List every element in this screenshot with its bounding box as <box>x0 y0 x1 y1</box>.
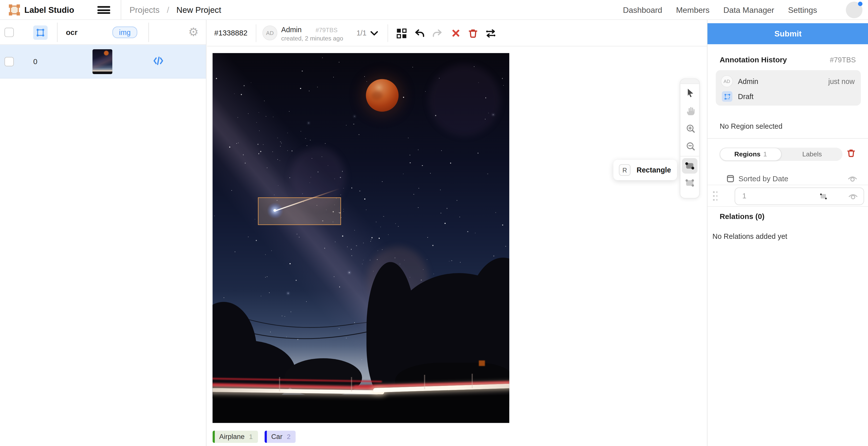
task-row-checkbox[interactable] <box>4 57 14 66</box>
breadcrumb: Projects / New Project <box>130 0 221 20</box>
submit-button[interactable]: Submit <box>707 23 868 44</box>
lit-window <box>479 361 485 366</box>
menu-icon[interactable] <box>97 6 110 14</box>
nav-dashboard[interactable]: Dashboard <box>623 5 662 14</box>
top-header: Label Studio Projects / New Project Dash… <box>0 0 868 20</box>
undo-icon[interactable] <box>414 28 425 39</box>
tab-labels-label: Labels <box>802 150 822 158</box>
annotation-image[interactable] <box>213 53 509 423</box>
column-divider <box>57 23 57 42</box>
fence-post <box>424 375 425 389</box>
draft-status-icon <box>722 91 732 102</box>
rectangle-tool-tooltip: R Rectangle <box>613 160 677 180</box>
notification-dot <box>858 2 863 6</box>
gear-icon[interactable]: ⚙ <box>188 25 198 39</box>
breadcrumb-current: New Project <box>177 5 221 14</box>
sort-row: Sorted by Date <box>707 173 868 185</box>
annotation-sidebar: Submit Annotation History #79TBS AD Admi… <box>707 20 868 446</box>
pan-tool-button[interactable] <box>680 102 700 119</box>
annotation-toolbar: #1338882 AD Admin #79TBS created, 2 minu… <box>207 20 707 46</box>
nav-settings[interactable]: Settings <box>788 5 817 14</box>
task-thumbnail[interactable] <box>92 49 112 74</box>
annotator-name: Admin <box>281 25 302 34</box>
move-tool-button[interactable] <box>680 84 700 102</box>
annotation-history-title: Annotation History <box>720 56 787 64</box>
breadcrumb-projects[interactable]: Projects <box>130 5 160 14</box>
chevron-down-icon[interactable] <box>370 31 378 36</box>
region-item-box[interactable]: 1 <box>735 187 864 205</box>
region-visibility-eye-icon[interactable] <box>848 192 858 200</box>
breadcrumb-separator: / <box>167 5 169 14</box>
select-all-checkbox[interactable] <box>4 28 14 37</box>
toggle-all-visibility-eye-icon[interactable] <box>847 175 858 182</box>
rectangle-tool-button-selected[interactable] <box>682 158 698 174</box>
zoom-out-icon <box>685 141 695 151</box>
delete-regions-icon[interactable] <box>846 148 856 158</box>
history-time: just now <box>828 77 855 86</box>
swap-arrows-icon[interactable] <box>486 28 496 39</box>
zoom-out-tool-button[interactable] <box>680 137 700 155</box>
cursor-icon <box>685 88 695 98</box>
toolbar-divider <box>388 24 388 42</box>
tab-regions-label: Regions <box>734 150 761 158</box>
fence-post <box>351 377 352 391</box>
three-point-rectangle-tool-button[interactable] <box>682 175 698 191</box>
shortcut-key-badge: R <box>619 164 630 176</box>
redo-icon[interactable] <box>432 28 443 39</box>
tab-regions[interactable]: Regions 1 <box>720 147 782 161</box>
ground <box>213 395 509 423</box>
sidebar-divider <box>707 138 868 139</box>
code-icon[interactable] <box>153 55 164 66</box>
tool-panel-handle[interactable] <box>680 79 699 84</box>
label-chip-airplane[interactable]: Airplane 1 <box>213 431 257 443</box>
annotator-avatar: AD <box>262 25 277 40</box>
task-list-panel: ocr img ⚙ 0 <box>0 20 207 446</box>
region-list-item[interactable]: 1 <box>707 184 868 207</box>
three-point-rectangle-icon <box>684 177 696 189</box>
zoom-in-tool-button[interactable] <box>680 119 700 137</box>
grid-view-icon[interactable] <box>396 28 407 39</box>
relations-empty-text: No Relations added yet <box>712 232 787 241</box>
label-studio-logo-icon <box>8 3 21 16</box>
history-entry[interactable]: AD Admin just now Draft <box>716 70 861 106</box>
no-region-text: No Region selected <box>720 122 783 131</box>
drag-handle-icon[interactable] <box>713 191 718 201</box>
region-index: 1 <box>742 192 746 200</box>
history-user-name: Admin <box>738 77 758 86</box>
sort-by-date-icon[interactable] <box>726 174 735 183</box>
task-row-selected[interactable]: 0 <box>0 45 206 78</box>
header-divider <box>121 0 121 20</box>
hand-icon <box>685 105 695 116</box>
tool-panel <box>680 78 700 198</box>
app-title: Label Studio <box>24 0 74 20</box>
bounding-box-filter-button[interactable] <box>33 25 48 40</box>
task-list-header: ocr img ⚙ <box>0 20 206 45</box>
region-rectangle-icon <box>819 192 828 200</box>
label-color-bar <box>265 431 267 443</box>
reject-icon[interactable] <box>451 28 461 39</box>
nav-members[interactable]: Members <box>676 5 710 14</box>
fence-post <box>472 374 472 388</box>
label-chip-car[interactable]: Car 2 <box>265 431 296 443</box>
relations-title: Relations (0) <box>720 212 765 220</box>
fence-post <box>279 377 280 391</box>
top-nav: Dashboard Members Data Manager Settings <box>623 0 817 20</box>
nav-data-manager[interactable]: Data Manager <box>723 5 774 14</box>
label-hotkey: 1 <box>249 433 253 441</box>
label-name: Car <box>271 433 282 441</box>
created-time: created, 2 minutes ago <box>281 35 343 41</box>
tab-labels[interactable]: Labels <box>782 147 843 161</box>
label-studio-app: Label Studio Projects / New Project Dash… <box>0 0 868 446</box>
annotation-history-id: #79TBS <box>830 56 856 64</box>
regions-count: 1 <box>763 150 767 158</box>
history-avatar: AD <box>721 75 733 87</box>
trash-icon[interactable] <box>468 28 478 39</box>
annotation-pager: 1/1 <box>356 29 367 37</box>
blood-moon <box>366 79 399 112</box>
sort-label[interactable]: Sorted by Date <box>738 175 788 183</box>
bounding-box-icon <box>36 28 45 37</box>
label-studio-window: Label Studio Projects / New Project Dash… <box>0 0 868 446</box>
rectangle-tool-icon <box>684 160 696 172</box>
img-type-badge[interactable]: img <box>112 27 137 38</box>
task-id: #1338882 <box>214 20 247 46</box>
